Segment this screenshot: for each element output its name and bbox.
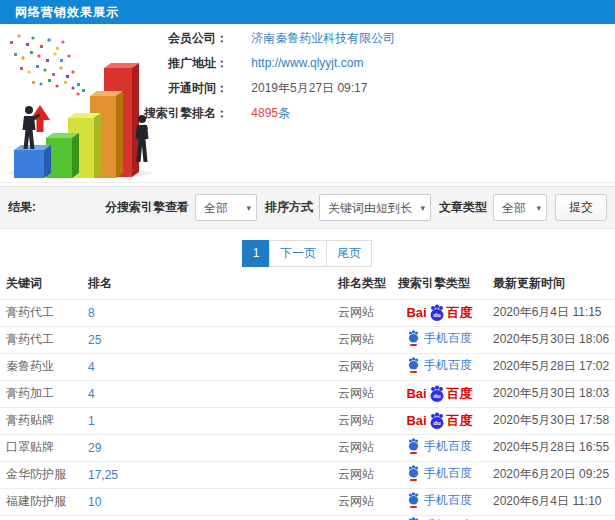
- keyword-cell: 膏药代工: [0, 299, 82, 326]
- updated-cell: 2020年6月4日 11:10: [487, 488, 615, 515]
- results-table: 关键词 排名 排名类型 搜索引擎类型 最新更新时间 膏药代工 8 云网站 Bai…: [0, 269, 615, 520]
- page-title: 网络营销效果展示: [0, 0, 615, 24]
- mobile-baidu-label: 手机百度: [424, 357, 472, 374]
- mobile-baidu-label: 手机百度: [424, 438, 472, 455]
- baidu-mobile-logo: 手机百度: [407, 492, 472, 509]
- rank-type-cell: 云网站: [332, 434, 392, 461]
- rank-cell: 25: [82, 326, 332, 353]
- engine-cell: Bai du 百度: [392, 380, 487, 407]
- mobile-baidu-label: 手机百度: [424, 465, 472, 482]
- updated-cell: 2020年5月28日 17:02: [487, 353, 615, 380]
- result-label: 结果:: [8, 199, 36, 216]
- updated-cell: 2020年5月30日 17:58: [487, 407, 615, 434]
- confetti-dots: [10, 34, 85, 95]
- table-row: 膏药贴牌 1 云网站 Bai du 百度 2020年5月30日 17:58: [0, 407, 615, 434]
- baidu-mobile-logo: 手机百度: [407, 517, 472, 520]
- baidu-paw-icon: du: [428, 304, 446, 322]
- rank-link[interactable]: 25: [88, 333, 101, 347]
- table-row: 膏药代工 25 云网站 手机百度 2020年5月30日 18:06: [0, 326, 615, 353]
- mobile-baidu-paw-icon: [407, 465, 420, 482]
- engine-cell: Bai du 百度: [392, 299, 487, 326]
- mobile-baidu-label: 手机百度: [424, 517, 472, 520]
- rank-link[interactable]: 17,25: [88, 468, 118, 482]
- rank-count-unit: 条: [278, 106, 290, 120]
- baidu-mobile-logo: 手机百度: [407, 330, 472, 347]
- keyword-cell: [0, 515, 82, 520]
- article-type-label: 文章类型: [439, 199, 487, 216]
- engine-cell: 手机百度: [392, 326, 487, 353]
- rank-cell: 1: [82, 407, 332, 434]
- updated-cell: 2020年5月30日 18:06: [487, 326, 615, 353]
- keyword-cell: 秦鲁药业: [0, 353, 82, 380]
- baidu-mobile-logo: 手机百度: [407, 357, 472, 374]
- table-header-row: 关键词 排名 排名类型 搜索引擎类型 最新更新时间: [0, 269, 615, 299]
- bar-chart-illustration: [2, 31, 162, 179]
- col-rank: 排名: [82, 269, 332, 299]
- rank-cell: 4: [82, 380, 332, 407]
- mobile-baidu-paw-icon: [407, 357, 420, 374]
- updated-cell: 2020年6月20日 09:25: [487, 461, 615, 488]
- mobile-baidu-label: 手机百度: [424, 492, 472, 509]
- keyword-cell: 福建防护服: [0, 488, 82, 515]
- baidu-mobile-logo: 手机百度: [407, 465, 472, 482]
- baidu-pc-logo: Bai du 百度: [406, 304, 472, 322]
- rank-count-row: 搜索引擎排名： 4895条: [140, 101, 615, 126]
- col-keyword: 关键词: [0, 269, 82, 299]
- pagination: 1 下一页 尾页: [0, 229, 615, 267]
- svg-text:du: du: [433, 393, 441, 399]
- updated-cell: [487, 515, 615, 520]
- company-row: 会员公司： 济南秦鲁药业科技有限公司: [140, 26, 615, 51]
- mobile-baidu-paw-icon: [407, 330, 420, 347]
- table-row: 口罩贴牌 29 云网站 手机百度 2020年5月28日 16:55: [0, 434, 615, 461]
- article-type-select[interactable]: 全部: [493, 194, 547, 221]
- rank-link[interactable]: 4: [88, 387, 95, 401]
- page-current[interactable]: 1: [242, 240, 270, 267]
- col-updated: 最新更新时间: [487, 269, 615, 299]
- submit-button[interactable]: 提交: [555, 194, 607, 221]
- table-row: 膏药代工 8 云网站 Bai du 百度 2020年6月4日 11:15: [0, 299, 615, 326]
- sort-select[interactable]: 关键词由短到长排序: [319, 194, 431, 221]
- rank-link[interactable]: 10: [88, 495, 101, 509]
- member-info-panel: 会员公司： 济南秦鲁药业科技有限公司 推广地址： http://www.qlyy…: [0, 24, 615, 183]
- updated-cell: 2020年6月4日 11:15: [487, 299, 615, 326]
- open-time-value: 2019年5月27日 09:17: [251, 81, 367, 95]
- engine-view-select[interactable]: 全部: [195, 194, 257, 221]
- engine-cell: 手机百度: [392, 515, 487, 520]
- keyword-cell: 膏药加工: [0, 380, 82, 407]
- mobile-baidu-paw-icon: [407, 438, 420, 455]
- page-last-button[interactable]: 尾页: [326, 240, 372, 267]
- rank-type-cell: 云网站: [332, 353, 392, 380]
- table-row: 秦鲁药业 4 云网站 手机百度 2020年5月28日 17:02: [0, 353, 615, 380]
- sort-label: 排序方式: [265, 199, 313, 216]
- engine-cell: 手机百度: [392, 434, 487, 461]
- col-rank-type: 排名类型: [332, 269, 392, 299]
- open-time-row: 开通时间： 2019年5月27日 09:17: [140, 76, 615, 101]
- updated-cell: 2020年5月30日 18:03: [487, 380, 615, 407]
- baidu-pc-logo: Bai du 百度: [406, 412, 472, 430]
- rank-type-cell: 云网站: [332, 407, 392, 434]
- rank-type-cell: [332, 515, 392, 520]
- rank-link[interactable]: 29: [88, 441, 101, 455]
- baidu-paw-icon: du: [428, 385, 446, 403]
- col-engine-type: 搜索引擎类型: [392, 269, 487, 299]
- promo-url-link[interactable]: http://www.qlyyjt.com: [251, 56, 363, 70]
- rank-cell: [82, 515, 332, 520]
- baidu-pc-logo: Bai du 百度: [406, 385, 472, 403]
- company-link[interactable]: 济南秦鲁药业科技有限公司: [251, 31, 395, 45]
- keyword-cell: 膏药贴牌: [0, 407, 82, 434]
- updated-cell: 2020年5月28日 16:55: [487, 434, 615, 461]
- rank-link[interactable]: 1: [88, 414, 95, 428]
- rank-type-cell: 云网站: [332, 326, 392, 353]
- engine-view-label: 分搜索引擎查看: [105, 199, 189, 216]
- page-next-button[interactable]: 下一页: [269, 240, 327, 267]
- mobile-baidu-paw-icon: [407, 492, 420, 509]
- baidu-mobile-logo: 手机百度: [407, 438, 472, 455]
- table-row: 手机百度: [0, 515, 615, 520]
- baidu-paw-icon: du: [428, 412, 446, 430]
- rank-type-cell: 云网站: [332, 488, 392, 515]
- rank-cell: 4: [82, 353, 332, 380]
- svg-text:du: du: [433, 312, 441, 318]
- table-row: 金华防护服 17,25 云网站 手机百度 2020年6月20日 09:25: [0, 461, 615, 488]
- rank-link[interactable]: 4: [88, 360, 95, 374]
- rank-link[interactable]: 8: [88, 306, 95, 320]
